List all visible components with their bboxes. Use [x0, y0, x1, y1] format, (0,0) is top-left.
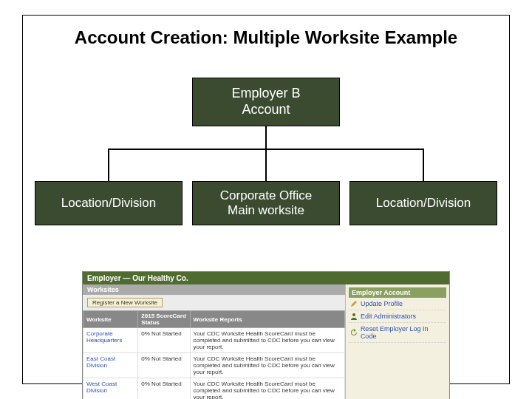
worksite-link[interactable]: West Coast Division — [83, 378, 138, 400]
worksites-header: Worksites — [83, 284, 345, 295]
report-note: Your CDC Worksite Health ScoreCard must … — [190, 353, 344, 378]
col-status: 2015 ScoreCard Status — [138, 311, 190, 328]
sidebar-item-label: Reset Employer Log In Code — [361, 325, 445, 340]
report-note: Your CDC Worksite Health ScoreCard must … — [190, 328, 344, 353]
employer-account-sidebar: Employer Account Update Profile Edit Adm… — [346, 284, 449, 399]
sidebar-item-label: Update Profile — [361, 300, 403, 307]
sidebar-title: Employer Account — [349, 287, 446, 298]
user-icon — [350, 313, 358, 320]
pencil-icon — [350, 300, 358, 307]
screenshot-panel: Employer — Our Healthy Co. Worksites Reg… — [82, 271, 450, 399]
worksite-link[interactable]: East Coast Division — [83, 353, 138, 378]
org-top-box: Employer B Account — [192, 78, 340, 126]
status-cell: 0% Not Started — [138, 353, 190, 378]
connector-line — [265, 126, 267, 149]
org-child-label: Location/Division — [61, 196, 157, 211]
slide-title: Account Creation: Multiple Worksite Exam… — [23, 16, 509, 48]
reset-icon — [350, 329, 358, 336]
org-child-box: Location/Division — [35, 181, 183, 225]
org-chart: Employer B Account Location/Division Cor… — [23, 78, 509, 225]
sidebar-item-label: Edit Administrators — [361, 313, 416, 320]
sidebar-item-update-profile[interactable]: Update Profile — [349, 298, 446, 310]
sidebar-item-reset-code[interactable]: Reset Employer Log In Code — [349, 323, 446, 343]
panel-main: Worksites Register a New Worksite Worksi… — [83, 284, 346, 399]
table-header-row: Worksite 2015 ScoreCard Status Worksite … — [83, 311, 345, 328]
panel-body: Worksites Register a New Worksite Worksi… — [83, 284, 449, 399]
org-child-box: Location/Division — [349, 181, 497, 225]
status-cell: 0% Not Started — [138, 328, 190, 353]
connector-line — [108, 149, 109, 181]
svg-point-0 — [352, 313, 355, 316]
worksites-table: Worksite 2015 ScoreCard Status Worksite … — [83, 310, 345, 399]
register-worksite-button[interactable]: Register a New Worksite — [87, 298, 163, 307]
connector-line — [265, 149, 267, 181]
col-worksite: Worksite — [83, 311, 138, 328]
sidebar-item-edit-admins[interactable]: Edit Administrators — [349, 310, 446, 323]
panel-header: Employer — Our Healthy Co. — [83, 272, 449, 284]
org-child-label: Location/Division — [376, 196, 471, 211]
org-children-row: Location/Division Corporate Office Main … — [23, 181, 509, 225]
report-note: Your CDC Worksite Health ScoreCard must … — [190, 378, 344, 400]
slide-frame: Account Creation: Multiple Worksite Exam… — [22, 15, 510, 384]
table-row: West Coast Division 0% Not Started Your … — [83, 378, 345, 400]
table-row: Corporate Headquarters 0% Not Started Yo… — [83, 328, 345, 353]
table-row: East Coast Division 0% Not Started Your … — [83, 353, 345, 378]
status-cell: 0% Not Started — [138, 378, 190, 400]
col-reports: Worksite Reports — [190, 311, 344, 328]
worksite-link[interactable]: Corporate Headquarters — [83, 328, 138, 353]
org-child-box: Corporate Office Main worksite — [192, 181, 340, 225]
org-top-label: Employer B Account — [231, 86, 300, 117]
org-child-label: Corporate Office Main worksite — [220, 188, 312, 219]
connector-line — [423, 149, 424, 181]
